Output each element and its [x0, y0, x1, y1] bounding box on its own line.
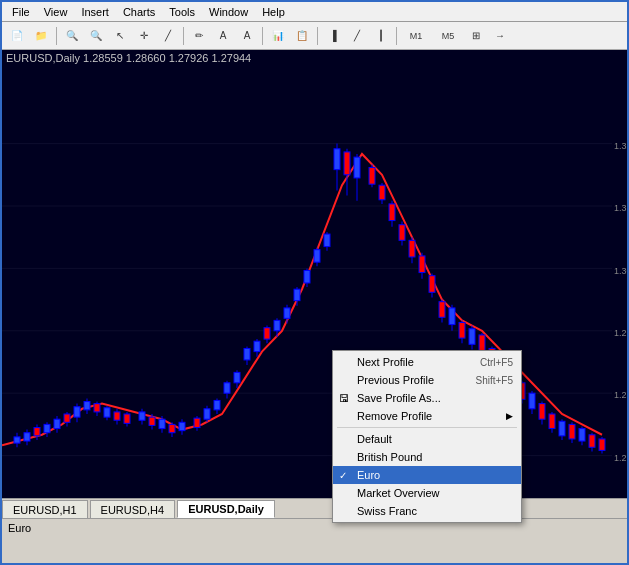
ctx-remove-profile-label: Remove Profile: [357, 410, 432, 422]
period-m1[interactable]: M1: [401, 25, 431, 47]
svg-rect-11: [34, 428, 40, 436]
svg-rect-79: [389, 204, 395, 221]
menu-charts[interactable]: Charts: [117, 5, 161, 19]
candle-chart-btn[interactable]: ┃: [370, 25, 392, 47]
line-chart-btn[interactable]: ╱: [346, 25, 368, 47]
svg-rect-57: [274, 320, 280, 330]
ctx-separator-1: [337, 427, 517, 428]
crosshair-btn[interactable]: ✛: [133, 25, 155, 47]
svg-rect-75: [369, 168, 375, 185]
svg-rect-67: [324, 234, 330, 246]
ctx-default[interactable]: Default: [333, 430, 521, 448]
svg-text:1.2900: 1.2900: [614, 328, 629, 338]
ctx-euro[interactable]: ✓ Euro: [333, 466, 521, 484]
toolbar-sep-1: [56, 27, 57, 45]
ctx-save-profile[interactable]: 🖫 Save Profile As...: [333, 389, 521, 407]
svg-rect-23: [94, 404, 100, 412]
toolbar-sep-2: [183, 27, 184, 45]
toolbar-sep-4: [317, 27, 318, 45]
menu-window[interactable]: Window: [203, 5, 254, 19]
chart-area[interactable]: EURUSD,Daily 1.28559 1.28660 1.27926 1.2…: [2, 50, 629, 518]
svg-rect-95: [469, 329, 475, 345]
toolbar-sep-5: [396, 27, 397, 45]
svg-rect-119: [589, 435, 595, 447]
autoscroll-btn[interactable]: ⊞: [465, 25, 487, 47]
save-profile-icon: 🖫: [339, 393, 349, 404]
menu-file[interactable]: File: [6, 5, 36, 19]
ctx-remove-profile[interactable]: Remove Profile ▶: [333, 407, 521, 425]
menu-help[interactable]: Help: [256, 5, 291, 19]
svg-text:1.2700: 1.2700: [614, 453, 629, 463]
scroll-right-btn[interactable]: →: [489, 25, 511, 47]
svg-rect-83: [409, 240, 415, 257]
pencil-btn[interactable]: ✏: [188, 25, 210, 47]
tab-eurusd-h4[interactable]: EURUSD,H4: [90, 500, 176, 518]
svg-rect-7: [14, 437, 20, 443]
text-btn[interactable]: A: [212, 25, 234, 47]
svg-rect-29: [124, 414, 130, 423]
svg-rect-19: [74, 407, 80, 417]
tab-eurusd-h1[interactable]: EURUSD,H1: [2, 500, 88, 518]
new-chart-btn[interactable]: 📄: [6, 25, 28, 47]
status-text: Euro: [8, 522, 31, 534]
svg-rect-69: [334, 149, 340, 170]
ctx-save-profile-label: Save Profile As...: [357, 392, 441, 404]
svg-rect-31: [139, 412, 145, 420]
svg-rect-111: [549, 414, 555, 429]
svg-rect-89: [439, 302, 445, 318]
svg-rect-91: [449, 308, 455, 325]
zoom-out-btn[interactable]: 🔍: [85, 25, 107, 47]
svg-rect-21: [84, 402, 90, 410]
menu-insert[interactable]: Insert: [75, 5, 115, 19]
svg-rect-9: [24, 433, 30, 441]
ctx-euro-label: Euro: [357, 469, 380, 481]
ctx-swiss-franc[interactable]: Swiss Franc: [333, 502, 521, 520]
svg-rect-81: [399, 225, 405, 241]
ctx-remove-submenu-icon: ▶: [506, 411, 513, 421]
bar-chart-btn[interactable]: ▐: [322, 25, 344, 47]
ctx-swiss-franc-label: Swiss Franc: [357, 505, 417, 517]
tab-eurusd-daily[interactable]: EURUSD,Daily: [177, 500, 275, 518]
svg-rect-43: [204, 409, 210, 419]
main-window: File View Insert Charts Tools Window Hel…: [0, 0, 629, 565]
svg-rect-63: [304, 270, 310, 282]
svg-rect-85: [419, 256, 425, 273]
svg-rect-39: [179, 422, 185, 430]
ctx-previous-profile[interactable]: Previous Profile Shift+F5: [333, 371, 521, 389]
cursor-btn[interactable]: ↖: [109, 25, 131, 47]
context-menu: Next Profile Ctrl+F5 Previous Profile Sh…: [332, 350, 522, 523]
indicators-btn[interactable]: 📊: [267, 25, 289, 47]
menu-bar: File View Insert Charts Tools Window Hel…: [2, 2, 627, 22]
svg-rect-27: [114, 412, 120, 420]
ctx-default-label: Default: [357, 433, 392, 445]
line-btn[interactable]: ╱: [157, 25, 179, 47]
svg-rect-45: [214, 400, 220, 409]
svg-rect-77: [379, 185, 385, 200]
svg-rect-25: [104, 408, 110, 417]
toolbar-sep-3: [262, 27, 263, 45]
ctx-next-profile-label: Next Profile: [357, 356, 414, 368]
period-m5[interactable]: M5: [433, 25, 463, 47]
ctx-previous-profile-shortcut: Shift+F5: [475, 375, 513, 386]
svg-rect-13: [44, 424, 50, 432]
price-chart: 19 Sep 2012 10 Oct 2012 29 Oct 2012 20 N…: [2, 50, 629, 518]
zoom-in-btn[interactable]: 🔍: [61, 25, 83, 47]
period-btn[interactable]: A: [236, 25, 258, 47]
open-btn[interactable]: 📁: [30, 25, 52, 47]
templates-btn[interactable]: 📋: [291, 25, 313, 47]
ctx-previous-profile-label: Previous Profile: [357, 374, 434, 386]
svg-rect-117: [579, 429, 585, 441]
svg-rect-61: [294, 289, 300, 300]
svg-rect-115: [569, 424, 575, 439]
chart-tabs: EURUSD,H1 EURUSD,H4 EURUSD,Daily: [2, 498, 629, 518]
svg-rect-17: [64, 414, 70, 422]
svg-rect-47: [224, 383, 230, 393]
ctx-next-profile[interactable]: Next Profile Ctrl+F5: [333, 353, 521, 371]
menu-view[interactable]: View: [38, 5, 74, 19]
ctx-british-pound[interactable]: British Pound: [333, 448, 521, 466]
ctx-british-pound-label: British Pound: [357, 451, 422, 463]
ctx-market-overview[interactable]: Market Overview: [333, 484, 521, 502]
svg-rect-33: [149, 417, 155, 425]
menu-tools[interactable]: Tools: [163, 5, 201, 19]
svg-text:1.3200: 1.3200: [614, 141, 629, 151]
